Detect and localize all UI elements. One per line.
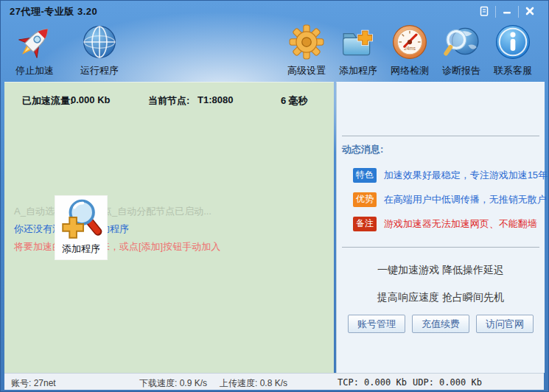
node-status-message: A_自动选择加速器节点_自动分配节点已启动... xyxy=(14,205,211,218)
folder-plus-icon xyxy=(339,21,377,63)
upload-speed: 上传速度: 0.8 K/s xyxy=(220,377,287,390)
news-item: 优势 在高端用户中低调传播，无推销无散户 xyxy=(353,192,547,207)
app-window: 27代理-专业版 3.20 xyxy=(0,0,549,392)
news-item-text: 加速效果好最稳定，专注游戏加速15年 xyxy=(384,169,548,181)
tcp-traffic: TCP: 0.000 Kb xyxy=(338,377,407,388)
download-speed: 下载速度: 0.9 K/s xyxy=(139,377,207,390)
status-bar: 账号: 27net 下载速度: 0.9 K/s 上传速度: 0.8 K/s TC… xyxy=(4,373,544,390)
speedometer-icon: 24ms xyxy=(391,21,429,63)
feature-badge: 特色 xyxy=(353,168,377,183)
drag-hint-message: 将要加速的程序拖进来，或点[添加]按钮手动加入 xyxy=(14,240,220,253)
toolbar-right: 高级设置 添加程序 xyxy=(281,21,539,77)
window-title: 27代理-专业版 3.20 xyxy=(10,5,97,18)
news-item-text: 在高端用户中低调传播，无推销无散户 xyxy=(384,194,547,205)
udp-traffic: UDP: 0.000 Kb xyxy=(413,377,482,388)
magnifier-plus-icon xyxy=(60,196,102,241)
toolbar-button-label: 添加程序 xyxy=(339,64,377,77)
panel-buttons-row: 账号管理 充值续费 访问官网 xyxy=(337,315,545,333)
toolbar-button-label: 联系客服 xyxy=(494,64,532,77)
account-status: 账号: 27net xyxy=(11,377,56,390)
stats-row: 已加速流量: 0.000 Kb 当前节点: T1:8080 6 毫秒 xyxy=(4,94,334,106)
window-controls xyxy=(473,4,541,19)
news-panel: 动态消息: 特色 加速效果好最稳定，专注游戏加速15年 优势 在高端用户中低调传… xyxy=(336,82,545,373)
promo-line-2: 提高响应速度 抢占瞬间先机 xyxy=(337,291,545,304)
contact-support-button[interactable]: 联系客服 xyxy=(487,21,539,77)
news-divider-top xyxy=(342,136,539,136)
advanced-settings-button[interactable]: 高级设置 xyxy=(281,21,332,77)
run-program-button[interactable]: 运行程序 xyxy=(73,21,126,77)
toolbar-button-label: 停止加速 xyxy=(15,64,54,77)
news-item: 特色 加速效果好最稳定，专注游戏加速15年 xyxy=(353,168,548,183)
recharge-renew-button[interactable]: 充值续费 xyxy=(412,315,469,333)
diagnostic-report-button[interactable]: 诊断报告 xyxy=(436,21,487,77)
promo-line-1: 一键加速游戏 降低操作延迟 xyxy=(337,264,545,277)
minimize-button[interactable] xyxy=(496,4,518,19)
stop-acceleration-button[interactable]: 停止加速 xyxy=(8,21,61,77)
toolbar-left: 停止加速 运行程序 xyxy=(8,21,126,77)
accelerated-traffic-value: 0.000 Kb xyxy=(71,94,110,105)
visit-website-button[interactable]: 访问官网 xyxy=(476,315,534,333)
current-node-label: 当前节点: xyxy=(148,94,189,108)
accelerated-traffic-label: 已加速流量: xyxy=(22,94,73,108)
close-button[interactable] xyxy=(519,4,541,19)
toolbar-button-label: 诊断报告 xyxy=(442,64,480,77)
rocket-icon xyxy=(15,21,54,63)
news-panel-title: 动态消息: xyxy=(342,143,383,156)
gear-icon xyxy=(287,21,326,63)
globe-icon xyxy=(80,21,119,63)
account-management-button[interactable]: 账号管理 xyxy=(348,315,405,333)
close-icon xyxy=(525,6,535,18)
window-menu-button[interactable] xyxy=(473,4,495,19)
window-menu-icon xyxy=(478,5,490,19)
toolbar-button-label: 网络检测 xyxy=(391,64,429,77)
news-divider-bottom xyxy=(342,247,539,248)
toolbar-button-label: 运行程序 xyxy=(80,64,119,77)
toolbar-button-label: 高级设置 xyxy=(287,64,326,77)
news-item-text: 游戏加速器无法加速网页、不能翻墙 xyxy=(384,218,537,229)
magnifier-globe-icon xyxy=(442,21,480,63)
title-bar: 27代理-专业版 3.20 xyxy=(1,1,548,21)
add-program-button[interactable]: 添加程序 xyxy=(332,21,384,77)
news-item: 备注 游戏加速器无法加速网页、不能翻墙 xyxy=(353,217,537,231)
minimize-icon xyxy=(502,6,512,18)
advantage-badge: 优势 xyxy=(353,192,377,207)
add-program-card[interactable]: 添加程序 xyxy=(55,195,108,260)
current-node-value: T1:8080 xyxy=(197,94,233,105)
main-panel: 已加速流量: 0.000 Kb 当前节点: T1:8080 6 毫秒 A_自动选… xyxy=(4,82,334,373)
info-icon xyxy=(494,21,532,63)
network-test-button[interactable]: 24ms 网络检测 xyxy=(384,21,436,77)
note-badge: 备注 xyxy=(353,217,377,231)
latency-value: 6 毫秒 xyxy=(281,94,308,108)
add-program-card-label: 添加程序 xyxy=(62,242,100,256)
